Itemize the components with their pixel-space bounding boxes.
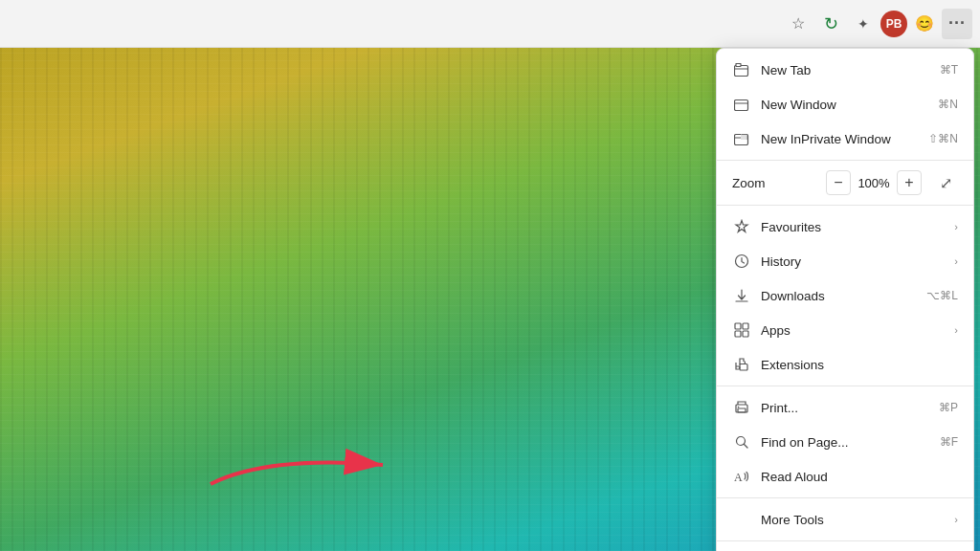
- zoom-fullscreen-button[interactable]: ⤢: [933, 170, 958, 195]
- menu-item-new-inprivate[interactable]: New InPrivate Window ⇧⌘N: [717, 121, 973, 156]
- inprivate-shortcut: ⇧⌘N: [928, 132, 958, 145]
- divider-2: [717, 205, 973, 206]
- menu-item-more-tools[interactable]: More Tools ›: [717, 502, 973, 537]
- menu-item-find[interactable]: Find on Page... ⌘F: [717, 425, 973, 459]
- more-tools-chevron: ›: [954, 514, 958, 525]
- svg-rect-4: [741, 135, 747, 141]
- inprivate-icon: [732, 129, 751, 148]
- new-tab-label: New Tab: [761, 63, 940, 77]
- favorite-star-button[interactable]: ☆: [783, 9, 813, 39]
- zoom-decrease-button[interactable]: −: [826, 170, 851, 195]
- history-chevron: ›: [954, 255, 958, 267]
- svg-rect-12: [738, 408, 746, 412]
- new-tab-icon: [732, 60, 751, 79]
- read-aloud-icon: A: [732, 467, 751, 486]
- divider-4: [717, 497, 973, 498]
- apps-label: Apps: [761, 323, 950, 338]
- divider-5: [717, 540, 973, 541]
- refresh-button[interactable]: ↻: [815, 9, 846, 39]
- menu-item-settings[interactable]: Settings ⌘,: [717, 545, 973, 551]
- apps-icon: [732, 320, 751, 340]
- menu-item-extensions[interactable]: Extensions: [717, 347, 973, 382]
- reading-list-button[interactable]: ✦: [848, 9, 879, 39]
- zoom-label: Zoom: [732, 176, 826, 190]
- browser-menu: New Tab ⌘T New Window ⌘N New InPrivate W…: [716, 48, 974, 551]
- extensions-label: Extensions: [761, 358, 958, 372]
- more-tools-label: More Tools: [761, 513, 950, 527]
- print-label: Print...: [761, 401, 939, 415]
- downloads-icon: [732, 286, 751, 305]
- browser-toolbar: ☆ ↻ ✦ PB 😊 ···: [0, 0, 980, 48]
- new-window-shortcut: ⌘N: [938, 98, 958, 111]
- read-aloud-label: Read Aloud: [761, 470, 958, 484]
- print-icon: [732, 398, 751, 417]
- svg-rect-10: [740, 364, 747, 371]
- more-button[interactable]: ···: [942, 9, 972, 39]
- emoji-button[interactable]: 😊: [909, 9, 940, 39]
- menu-item-new-tab[interactable]: New Tab ⌘T: [717, 53, 973, 87]
- menu-item-read-aloud[interactable]: A Read Aloud: [717, 459, 973, 494]
- svg-point-13: [738, 407, 740, 408]
- more-tools-icon: [732, 510, 751, 529]
- find-label: Find on Page...: [761, 435, 940, 450]
- downloads-label: Downloads: [761, 289, 926, 303]
- downloads-shortcut: ⌥⌘L: [926, 289, 958, 302]
- menu-item-history[interactable]: History ›: [717, 244, 973, 278]
- svg-text:A: A: [734, 471, 743, 484]
- menu-item-favourites[interactable]: Favourites ›: [717, 209, 973, 244]
- divider-3: [717, 386, 973, 386]
- history-label: History: [761, 254, 950, 269]
- inprivate-label: New InPrivate Window: [761, 132, 928, 146]
- svg-rect-6: [735, 323, 741, 329]
- new-window-icon: [732, 95, 751, 114]
- zoom-increase-button[interactable]: +: [897, 170, 922, 195]
- find-icon: [732, 432, 751, 452]
- apps-chevron: ›: [954, 324, 958, 336]
- new-tab-shortcut: ⌘T: [940, 63, 958, 77]
- print-shortcut: ⌘P: [939, 401, 958, 414]
- svg-rect-1: [736, 64, 741, 67]
- svg-rect-8: [735, 331, 741, 337]
- history-icon: [732, 252, 751, 271]
- menu-item-new-window[interactable]: New Window ⌘N: [717, 87, 973, 121]
- menu-item-print[interactable]: Print... ⌘P: [717, 390, 973, 425]
- divider-1: [717, 160, 973, 161]
- zoom-controls: − 100% + ⤢: [826, 170, 958, 195]
- profile-avatar-button[interactable]: PB: [880, 11, 907, 37]
- favourites-icon: [732, 217, 751, 236]
- find-shortcut: ⌘F: [940, 435, 958, 449]
- favourites-label: Favourites: [761, 220, 950, 234]
- favourites-chevron: ›: [954, 221, 958, 232]
- extensions-icon: [732, 355, 751, 374]
- svg-rect-9: [743, 331, 748, 337]
- svg-rect-2: [735, 100, 748, 111]
- svg-rect-0: [735, 66, 748, 77]
- new-window-label: New Window: [761, 98, 938, 112]
- zoom-value: 100%: [857, 176, 891, 190]
- menu-item-apps[interactable]: Apps ›: [717, 313, 973, 347]
- svg-rect-7: [743, 323, 748, 329]
- zoom-control-row: Zoom − 100% + ⤢: [717, 165, 973, 201]
- menu-item-downloads[interactable]: Downloads ⌥⌘L: [717, 278, 973, 313]
